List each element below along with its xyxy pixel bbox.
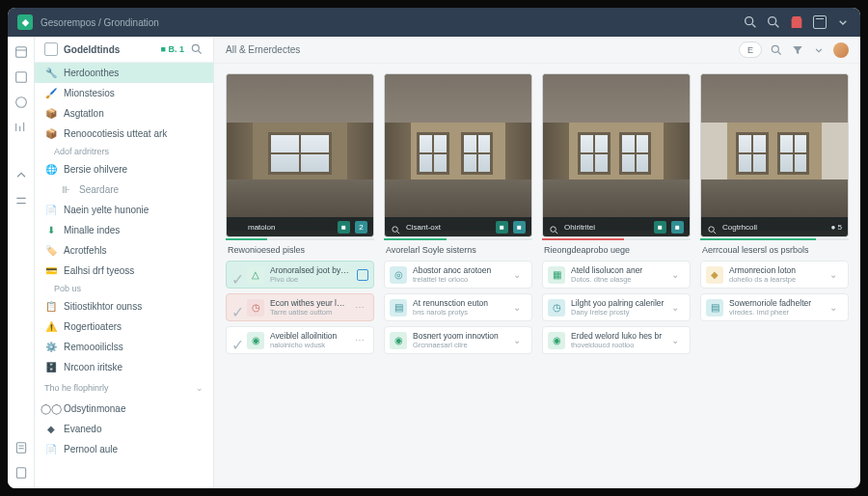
status-badge-2: ■: [513, 221, 526, 234]
calendar-icon[interactable]: [812, 14, 827, 30]
rail-home-icon[interactable]: [14, 44, 29, 60]
task-item[interactable]: ✓◉Aveiblel alloilnitionnaloinicho wdusk⋯: [226, 326, 374, 354]
shopping-icon[interactable]: [789, 14, 804, 30]
task-item[interactable]: ◎Abostor anoc arotoentrelattel tei orloc…: [384, 261, 532, 289]
rail-up-icon[interactable]: [14, 168, 29, 183]
sidebar-item-label: Naein yelte hunonie: [64, 205, 149, 215]
more-icon[interactable]: ⋯: [355, 335, 368, 345]
sidebar-item-minalle[interactable]: ⬇Minalle indes: [35, 220, 213, 240]
more-icon[interactable]: ⌄: [513, 269, 527, 280]
sidebar-item-sitiostikhtor[interactable]: 📋Sitiostikhtor ounss: [35, 296, 213, 317]
sidebar-section-header[interactable]: Tho he flophinrly⌄: [35, 377, 213, 399]
search-icon-2[interactable]: [766, 14, 781, 30]
svg-point-0: [746, 17, 753, 25]
task-icon: ▤: [706, 299, 723, 317]
more-icon[interactable]: ⋯: [355, 302, 368, 313]
task-item[interactable]: ◆Armonrecion lotondoheilo ds a learstpe⌄: [700, 261, 849, 289]
zoom-icon[interactable]: [391, 222, 401, 233]
task-icon: ◎: [390, 266, 407, 284]
rail-doc-icon[interactable]: [14, 440, 29, 455]
sidebar-item-label: Asgtatlon: [64, 108, 104, 119]
sidebar-sublabel-2: Pob us: [35, 281, 213, 296]
more-icon[interactable]: ⌄: [513, 335, 527, 345]
app-logo[interactable]: ◆: [17, 14, 33, 30]
task-item[interactable]: ✓△Aronoralsed joot bytvhesPivo doe: [226, 261, 374, 289]
sidebar: Godeldtinds ■ B. 1 🔧Herdoonthes 🖌️Mionst…: [35, 37, 214, 488]
breadcrumb[interactable]: Gesorempos / Grondination: [41, 17, 159, 28]
sidebar-item-pernool[interactable]: 📄Pernool aule: [35, 439, 213, 459]
task-title: Armonrecion loton: [729, 265, 824, 275]
more-icon[interactable]: ⌄: [671, 302, 685, 313]
more-icon[interactable]: ⌄: [671, 269, 685, 280]
status-badge-2: ■: [671, 221, 684, 234]
rail-menu-icon[interactable]: [14, 193, 29, 208]
sidebar-item-evanedo[interactable]: ◆Evanedo: [35, 419, 213, 439]
search-icon[interactable]: [743, 14, 758, 30]
task-subtitle: doheilo ds a learstpe: [729, 275, 824, 284]
svg-point-11: [551, 226, 556, 232]
sidebar-item-remoooiliclss[interactable]: ⚙️Remoooiliclss: [35, 337, 213, 357]
task-item[interactable]: ▤At renunsction eutonbns narols protys⌄: [384, 293, 532, 321]
task-subtitle: Dany Irelse prosty: [571, 308, 665, 317]
filter-pill[interactable]: E: [739, 41, 762, 58]
sidebar-item-asgtatlon[interactable]: 📦Asgtatlon: [35, 103, 213, 124]
sidebar-item-bersie[interactable]: 🌐Bersie ohilvere: [35, 159, 213, 179]
check-icon: ✓: [231, 336, 241, 345]
chevron-down-icon[interactable]: [812, 43, 826, 57]
card-title: Avorelarl Soyle sisterns: [384, 245, 532, 255]
sidebar-item-ealhsi[interactable]: 💳Ealhsi drf tyeoss: [35, 261, 213, 281]
sidebar-item-odsytinmonae[interactable]: ◯◯Odsytinmonae: [35, 399, 213, 419]
thumbnail[interactable]: Cogtrhcoll● 5: [700, 73, 849, 237]
zoom-icon[interactable]: [549, 222, 559, 233]
rail-layers-icon[interactable]: [14, 69, 29, 85]
sidebar-item-naein[interactable]: 📄Naein yelte hunonie: [35, 200, 213, 220]
sidebar-item-herdoonthes[interactable]: 🔧Herdoonthes: [35, 63, 213, 83]
list-icon: 📋: [44, 300, 57, 313]
more-icon[interactable]: ⌄: [829, 269, 843, 280]
thumbnail[interactable]: Ohiritritei■■: [542, 73, 691, 237]
rail-folder-icon[interactable]: [14, 95, 29, 110]
task-icon: △: [247, 266, 264, 284]
globe-icon: 🌐: [44, 163, 57, 176]
project-card-1: matolon■2 Rewonioesed pisles ✓△Aronorals…: [226, 73, 374, 354]
sidebar-search-icon[interactable]: [190, 42, 203, 56]
sidebar-item-label: Mionstesios: [64, 88, 115, 98]
app-window: ◆ Gesorempos / Grondination Godeldtind: [8, 8, 860, 488]
thumbnail[interactable]: matolon■2: [226, 73, 374, 237]
task-item[interactable]: ✓◷Econ withes yeur lapaledTarre uatise o…: [226, 293, 374, 321]
more-icon[interactable]: ⌄: [829, 302, 843, 313]
archive-icon: 🗄️: [44, 361, 57, 373]
more-icon[interactable]: ⌄: [513, 302, 527, 313]
sidebar-badge: ■ B. 1: [161, 44, 184, 54]
check-icon: ✓: [231, 270, 241, 280]
task-item[interactable]: ◉Bosnert yoom innovtionGrcnnaesarl cilre…: [384, 326, 532, 354]
avatar[interactable]: [833, 42, 849, 58]
sidebar-item-rogertioaters[interactable]: ⚠️Rogertioaters: [35, 317, 213, 337]
sidebar-item-mionstesios[interactable]: 🖌️Mionstesios: [35, 83, 213, 103]
rail-chart-icon[interactable]: [14, 120, 29, 135]
sidebar-item-renoocotiesis[interactable]: 📦Renoocotiesis utteat ark: [35, 124, 213, 144]
sidebar-item-acrotfehls[interactable]: 🏷️Acrotfehls: [35, 240, 213, 261]
thumbnail[interactable]: Cisant-oxt■■: [384, 73, 532, 237]
svg-rect-2: [15, 47, 26, 58]
task-item[interactable]: ▤Sowernoriole fadhelterviredes. Imd phee…: [700, 293, 849, 321]
sidebar-item-nrcoon[interactable]: 🗄️Nrcoon iritske: [35, 357, 213, 377]
sidebar-item-seardare[interactable]: ⊪Seardare: [35, 179, 213, 200]
filter-icon[interactable]: [791, 43, 804, 57]
rail-note-icon[interactable]: [14, 465, 29, 481]
checkbox-icon[interactable]: [357, 269, 368, 281]
more-icon[interactable]: ⌄: [671, 335, 685, 345]
chevron-down-icon[interactable]: [835, 14, 851, 30]
zoom-icon[interactable]: [232, 222, 243, 233]
task-title: Sowernoriole fadhelter: [729, 298, 824, 308]
search-icon[interactable]: [770, 43, 783, 57]
task-subtitle: Tarre uatise outtom: [270, 308, 349, 317]
task-item[interactable]: ◉Erded welord luko hes brthoveldoucd roo…: [542, 326, 691, 354]
task-item[interactable]: ▦Ateld lisolucon anerDotos. dtne olasge⌄: [542, 261, 691, 289]
zoom-icon[interactable]: [707, 222, 718, 233]
task-item[interactable]: ◷Lilght yoo palring calerilerDany Irelse…: [542, 293, 691, 321]
gallery: matolon■2 Rewonioesed pisles ✓△Aronorals…: [214, 64, 860, 364]
task-subtitle: viredes. Imd pheer: [729, 308, 824, 317]
project-card-2: Cisant-oxt■■ Avorelarl Soyle sisterns ◎A…: [384, 73, 532, 354]
svg-point-9: [234, 226, 240, 232]
